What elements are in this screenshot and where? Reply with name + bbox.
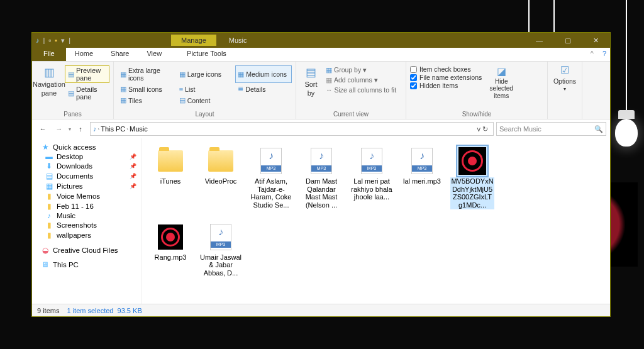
group-label-panes: Panes bbox=[36, 111, 109, 119]
close-button[interactable]: ✕ bbox=[582, 33, 610, 48]
file-item[interactable]: ♪Lal meri pat rakhiyo bhala jhoole laa..… bbox=[350, 146, 394, 209]
status-item-count: 9 items bbox=[37, 307, 59, 314]
sidebar-feb[interactable]: ▮Feb 11 - 16 bbox=[32, 201, 142, 211]
hide-selected-button[interactable]: ◪ Hide selected items bbox=[486, 65, 517, 99]
details-pane-button[interactable]: ▤Details pane bbox=[65, 84, 109, 102]
file-extensions-checkbox[interactable]: File name extensions bbox=[410, 74, 482, 81]
size-columns-button[interactable]: ↔Size all columns to fit bbox=[325, 86, 397, 94]
sidebar-screenshots[interactable]: ▮Screenshots bbox=[32, 220, 142, 230]
sort-icon: ▤ bbox=[306, 65, 316, 79]
group-label-current-view: Current view bbox=[300, 111, 402, 119]
sort-by-button[interactable]: ▤ Sort by bbox=[300, 65, 322, 97]
layout-list[interactable]: ≡List bbox=[177, 84, 233, 94]
file-item[interactable]: ♪Dam Mast Qalandar Mast Mast (Nelson ... bbox=[299, 146, 343, 209]
file-item[interactable]: ♪lal meri.mp3 bbox=[400, 146, 444, 209]
file-label: iTunes bbox=[160, 177, 182, 186]
item-check-boxes-checkbox[interactable]: Item check boxes bbox=[410, 65, 482, 73]
file-item[interactable]: ♪Umair Jaswal & Jabar Abbas, D... bbox=[199, 222, 243, 277]
layout-tiles[interactable]: ▦Tiles bbox=[118, 95, 174, 106]
file-view[interactable]: iTunesVideoProc♪Atif Aslam, Tajdar-e-Har… bbox=[142, 138, 610, 304]
tab-home[interactable]: Home bbox=[66, 48, 102, 61]
crumb-music[interactable]: Music bbox=[130, 125, 148, 133]
layout-medium-icons[interactable]: ▦Medium icons bbox=[235, 65, 292, 83]
forward-button[interactable]: → bbox=[52, 122, 66, 136]
status-bar: 9 items 1 item selected 93.5 KB bbox=[32, 304, 610, 316]
breadcrumb[interactable]: ♪ › This PC › Music v ↻ bbox=[90, 122, 494, 136]
search-icon: 🔍 bbox=[594, 125, 603, 133]
minimize-button[interactable]: — bbox=[525, 33, 553, 48]
tab-share[interactable]: Share bbox=[102, 48, 138, 61]
file-label: MV5BODYxNDdhYjktMjU5ZS00ZGIxLTg1MDc... bbox=[450, 177, 494, 209]
qat-folder-icon[interactable]: ▪ bbox=[55, 36, 57, 44]
group-by-button[interactable]: ▦Group by ▾ bbox=[325, 65, 397, 74]
sidebar-desktop[interactable]: ▬Desktop📌 bbox=[32, 152, 142, 161]
hidden-items-checkbox[interactable]: Hidden items bbox=[410, 82, 482, 89]
sidebar-voice-memos[interactable]: ▮Voice Memos bbox=[32, 191, 142, 201]
layout-content[interactable]: ▤Content bbox=[177, 95, 233, 106]
options-icon: ☑ bbox=[560, 64, 569, 76]
tab-file[interactable]: File bbox=[32, 48, 66, 61]
file-label: lal meri.mp3 bbox=[402, 177, 441, 186]
sidebar-pictures[interactable]: ▦Pictures📌 bbox=[32, 181, 142, 191]
crumb-this-pc[interactable]: This PC bbox=[101, 125, 125, 133]
sidebar-creative-cloud[interactable]: ◒Creative Cloud Files bbox=[32, 245, 142, 255]
sidebar-wallpapers[interactable]: ▮wallpapers bbox=[32, 230, 142, 240]
group-label-layout: Layout bbox=[118, 111, 292, 119]
ribbon: ▥ Navigation pane ▤Preview pane ▤Details… bbox=[32, 62, 610, 119]
file-item[interactable]: VideoProc bbox=[199, 146, 243, 209]
file-item[interactable]: ♪Atif Aslam, Tajdar-e-Haram, Coke Studio… bbox=[249, 146, 293, 209]
group-label-show-hide: Show/hide bbox=[410, 111, 543, 119]
add-columns-button[interactable]: ▦Add columns ▾ bbox=[325, 75, 397, 84]
explorer-window: ♪ | ▫ ▪ ▾ | Manage Music — ▢ ✕ File Home… bbox=[31, 32, 611, 317]
navigation-pane-icon: ▥ bbox=[44, 65, 55, 79]
qat-doc-icon[interactable]: ▫ bbox=[48, 36, 51, 44]
file-item[interactable]: MV5BODYxNDdhYjktMjU5ZS00ZGIxLTg1MDc... bbox=[450, 146, 494, 209]
layout-large-icons[interactable]: ▦Large icons bbox=[177, 65, 233, 83]
sidebar-this-pc[interactable]: 🖥This PC bbox=[32, 260, 142, 269]
lamp-decoration bbox=[615, 0, 638, 147]
file-label: Lal meri pat rakhiyo bhala jhoole laa... bbox=[350, 177, 394, 201]
maximize-button[interactable]: ▢ bbox=[553, 33, 582, 48]
help-icon[interactable]: ? bbox=[599, 48, 610, 61]
music-folder-icon: ♪ bbox=[93, 125, 97, 133]
file-label: Rang.mp3 bbox=[154, 253, 187, 262]
navigation-pane-button[interactable]: ▥ Navigation pane bbox=[36, 63, 62, 102]
sidebar-quick-access[interactable]: ★Quick access bbox=[32, 142, 142, 152]
options-button[interactable]: ☑ Options ▾ bbox=[553, 64, 576, 92]
file-label: Umair Jaswal & Jabar Abbas, D... bbox=[199, 253, 243, 277]
preview-pane-button[interactable]: ▤Preview pane bbox=[65, 65, 109, 83]
status-selected: 1 item selected bbox=[67, 307, 113, 314]
up-button[interactable]: ↑ bbox=[74, 122, 87, 136]
status-size: 93.5 KB bbox=[118, 307, 142, 314]
ribbon-tabs: File Home Share View Picture Tools ^ ? bbox=[32, 48, 610, 62]
file-item[interactable]: Rang.mp3 bbox=[148, 222, 192, 277]
file-label: Dam Mast Qalandar Mast Mast (Nelson ... bbox=[299, 177, 343, 209]
title-bar: ♪ | ▫ ▪ ▾ | Manage Music — ▢ ✕ bbox=[32, 33, 610, 48]
search-input[interactable]: Search Music 🔍 bbox=[496, 122, 606, 136]
sidebar-music[interactable]: ♪Music bbox=[32, 211, 142, 220]
hide-selected-icon: ◪ bbox=[497, 65, 506, 77]
refresh-icon[interactable]: v ↻ bbox=[474, 125, 491, 133]
file-item[interactable]: iTunes bbox=[148, 146, 192, 209]
collapse-ribbon-icon[interactable]: ^ bbox=[586, 48, 599, 61]
layout-small-icons[interactable]: ▦Small icons bbox=[118, 84, 174, 94]
tab-picture-tools[interactable]: Picture Tools bbox=[178, 48, 235, 61]
address-bar: ← → ▾ ↑ ♪ › This PC › Music v ↻ Search M… bbox=[32, 119, 610, 138]
navigation-sidebar: ★Quick access ▬Desktop📌 ⬇Downloads📌 ▤Doc… bbox=[32, 138, 142, 304]
context-tab-manage[interactable]: Manage bbox=[171, 35, 216, 46]
layout-details[interactable]: ≣Details bbox=[235, 84, 292, 94]
sidebar-documents[interactable]: ▤Documents📌 bbox=[32, 171, 142, 181]
music-icon: ♪ bbox=[36, 36, 40, 44]
file-label: Atif Aslam, Tajdar-e-Haram, Coke Studio … bbox=[249, 177, 293, 209]
layout-extra-large-icons[interactable]: ▦Extra large icons bbox=[118, 65, 174, 83]
back-button[interactable]: ← bbox=[36, 122, 50, 136]
sidebar-downloads[interactable]: ⬇Downloads📌 bbox=[32, 161, 142, 171]
tab-view[interactable]: View bbox=[138, 48, 170, 61]
window-title: Music bbox=[229, 36, 247, 44]
file-label: VideoProc bbox=[204, 177, 238, 186]
